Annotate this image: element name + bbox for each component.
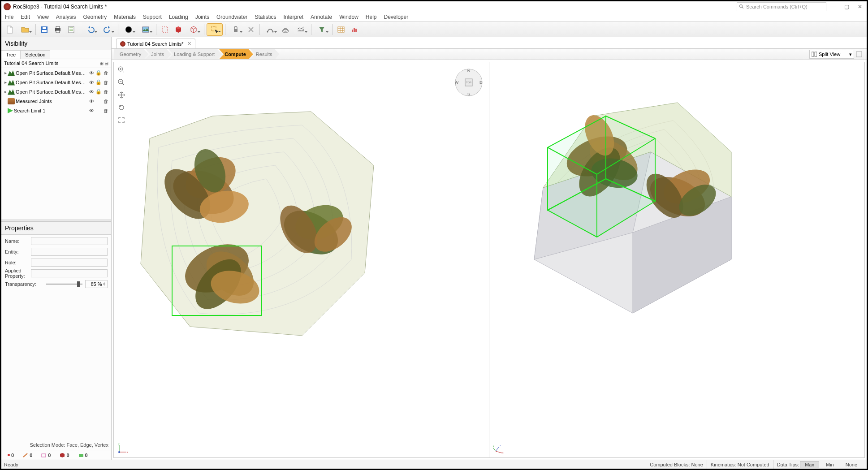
delete-icon[interactable]: 🗑 [102, 80, 109, 85]
compass-widget[interactable]: TOP N S E W [453, 67, 484, 98]
table-button[interactable] [335, 23, 347, 36]
visibility-toggle-icon[interactable]: 👁 [88, 99, 95, 104]
viewport-top[interactable]: TOP N S E W [114, 62, 489, 457]
menu-window[interactable]: Window [336, 12, 362, 22]
filter-button[interactable] [314, 23, 330, 36]
delete-button[interactable] [245, 23, 257, 36]
selection-tool-button[interactable] [207, 23, 223, 36]
menu-edit[interactable]: Edit [17, 12, 34, 22]
svg-rect-15 [162, 27, 168, 32]
close-button[interactable]: ✕ [853, 1, 867, 12]
menu-annotate[interactable]: Annotate [307, 12, 336, 22]
expand-icon[interactable]: ▸ [3, 80, 8, 85]
datatips-max-button[interactable]: Max [800, 461, 819, 468]
visibility-toggle-icon[interactable]: 👁 [88, 80, 95, 85]
expand-icon[interactable]: ▸ [3, 89, 8, 94]
datatips-none-button[interactable]: None [841, 461, 862, 468]
wf-geometry[interactable]: Geometry [114, 49, 148, 59]
undo-button[interactable] [82, 23, 99, 36]
lock-icon[interactable]: 🔒 [95, 70, 102, 76]
image-button[interactable] [138, 23, 154, 36]
notes-button[interactable] [65, 23, 78, 36]
menu-groundwater[interactable]: Groundwater [213, 12, 251, 22]
fullscreen-icon[interactable] [117, 115, 126, 125]
prop-applied-input[interactable] [31, 269, 108, 277]
search-commands-input[interactable]: Search Commands (Ctrl+Q) [737, 2, 826, 11]
wf-results[interactable]: Results [250, 49, 280, 59]
delete-icon[interactable]: 🗑 [102, 99, 109, 104]
surf-icon [8, 79, 15, 86]
surfaces-button[interactable] [293, 23, 309, 36]
view-mode-label: Split View [819, 52, 840, 57]
collapse-all-icon[interactable]: ⊟ [104, 60, 108, 66]
color-wheel-button[interactable] [121, 23, 137, 36]
axis-indicator-3d: x z y [493, 443, 504, 454]
delete-icon[interactable]: 🗑 [102, 89, 109, 95]
delete-icon[interactable]: 🗑 [102, 70, 109, 76]
tree-item[interactable]: ▸Open Pit Surface.Default.Mesh_ext…👁🔒🗑 [1, 68, 111, 78]
tree-item[interactable]: Measured Joints👁🗑 [1, 96, 111, 106]
tree-item[interactable]: ▸Open Pit Surface.Default.Mesh_ext…👁🔒🗑 [1, 78, 111, 87]
redo-button[interactable] [99, 23, 116, 36]
menu-support[interactable]: Support [139, 12, 165, 22]
document-tab[interactable]: Tutorial 04 Search Limits* ✕ [116, 39, 195, 48]
new-file-button[interactable] [4, 23, 16, 36]
zoom-in-icon[interactable] [117, 65, 126, 75]
menu-statistics[interactable]: Statistics [251, 12, 280, 22]
cube-solid-button[interactable] [172, 23, 185, 36]
visibility-toggle-icon[interactable]: 👁 [88, 108, 95, 113]
save-button[interactable] [38, 23, 51, 36]
view-settings-button[interactable] [855, 48, 864, 60]
svg-text:y: y [493, 444, 494, 447]
tab-selection[interactable]: Selection [20, 50, 50, 59]
menu-materials[interactable]: Materials [110, 12, 139, 22]
tab-tree[interactable]: Tree [1, 50, 21, 59]
transparency-value[interactable]: 85 % [85, 280, 108, 288]
menu-bar: File Edit View Analysis Geometry Materia… [1, 12, 867, 22]
tree-item[interactable]: Search Limit 1👁🗑 [1, 106, 111, 115]
viewport-perspective[interactable]: x z y [489, 62, 864, 457]
wf-joints[interactable]: Joints [146, 49, 171, 59]
select-button[interactable] [159, 23, 171, 36]
delete-icon[interactable]: 🗑 [102, 108, 109, 113]
wf-loading-support[interactable]: Loading & Support [168, 49, 222, 59]
menu-loading[interactable]: Loading [165, 12, 192, 22]
view-mode-selector[interactable]: Split View ▾ [809, 50, 854, 59]
menu-geometry[interactable]: Geometry [80, 12, 111, 22]
vertex-count: 0 [11, 453, 14, 458]
prop-entity-input[interactable] [31, 248, 108, 256]
measure-button[interactable] [262, 23, 278, 36]
pan-icon[interactable] [117, 90, 126, 100]
transparency-slider[interactable] [46, 284, 82, 285]
zoom-out-icon[interactable] [117, 78, 126, 87]
rotate-icon[interactable] [117, 103, 126, 112]
menu-joints[interactable]: Joints [192, 12, 213, 22]
menu-interpret[interactable]: Interpret [280, 12, 307, 22]
print-button[interactable] [52, 23, 64, 36]
prop-role-input[interactable] [31, 259, 108, 267]
menu-analysis[interactable]: Analysis [52, 12, 80, 22]
visibility-toggle-icon[interactable]: 👁 [88, 89, 95, 95]
close-tab-icon[interactable]: ✕ [187, 41, 191, 47]
wf-compute[interactable]: Compute [219, 49, 253, 59]
menu-developer[interactable]: Developer [380, 12, 412, 22]
expand-icon[interactable]: ▸ [3, 70, 8, 75]
lock-icon[interactable]: 🔒 [95, 89, 102, 95]
menu-view[interactable]: View [34, 12, 52, 22]
lock-icon[interactable]: 🔒 [95, 79, 102, 85]
cube-wire-button[interactable] [186, 23, 202, 36]
tree-item[interactable]: ▸Open Pit Surface.Default.Mesh_ext…👁🔒🗑 [1, 87, 111, 96]
histogram-button[interactable] [348, 23, 361, 36]
open-file-button[interactable] [17, 23, 33, 36]
expand-all-icon[interactable]: ⊞ [99, 60, 104, 66]
contour-button[interactable] [279, 23, 292, 36]
datatips-min-button[interactable]: Min [821, 461, 839, 468]
maximize-button[interactable]: ▢ [840, 1, 853, 12]
menu-file[interactable]: File [1, 12, 17, 22]
svg-point-68 [118, 451, 120, 453]
visibility-toggle-icon[interactable]: 👁 [88, 70, 95, 76]
menu-help[interactable]: Help [362, 12, 380, 22]
lock-button[interactable] [228, 23, 244, 36]
minimize-button[interactable]: — [826, 1, 840, 12]
prop-name-input[interactable] [31, 237, 108, 245]
